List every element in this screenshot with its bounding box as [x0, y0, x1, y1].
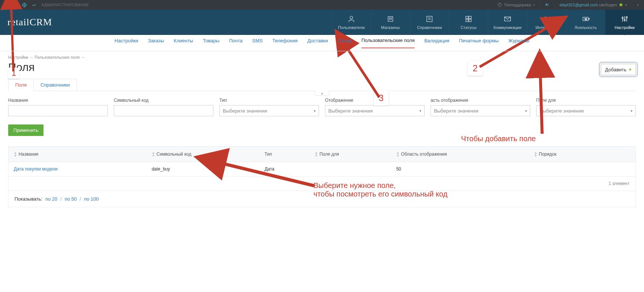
subnav-sms[interactable]: SMS — [252, 38, 263, 48]
filters-row: Название Символьный код Тип Выберите зна… — [8, 98, 636, 116]
target-icon[interactable] — [19, 0, 29, 10]
cell-for — [309, 162, 391, 176]
svg-rect-13 — [466, 16, 468, 19]
subnav-print-forms[interactable]: Печатные формы — [459, 38, 499, 48]
tabs: Поля Справочники — [8, 79, 636, 91]
breadcrumb-l1[interactable]: Настройки — [8, 55, 28, 59]
svg-point-28 — [624, 19, 625, 21]
admin-label: АДМИНИСТРИРОВАНИЕ — [42, 3, 89, 7]
question-icon — [498, 3, 502, 7]
pager-20[interactable]: по 20 — [45, 196, 57, 202]
sort-icon[interactable]: ▲▼ — [534, 151, 537, 157]
subnav-telephony[interactable]: Телефония — [272, 38, 297, 48]
cell-type: Дата — [259, 162, 309, 176]
logo[interactable]: retailCRM — [0, 10, 59, 35]
fields-table: ▲▼Название ▲▼Символьный код Тип ▲▼Поле д… — [8, 146, 636, 207]
nav-users[interactable]: Пользователи — [332, 10, 371, 35]
breadcrumb: Настройки → Пользовательские поля → — [8, 55, 636, 59]
user-icon — [347, 15, 355, 23]
grid-icon — [464, 15, 473, 23]
nav-settings[interactable]: Настройки — [605, 10, 644, 35]
filter-area-select[interactable]: Выберите значения — [431, 105, 530, 116]
svg-rect-16 — [469, 19, 471, 22]
filter-display-label: Отображение — [325, 98, 425, 103]
list-icon — [425, 15, 434, 23]
mail-icon — [503, 15, 512, 23]
svg-point-6 — [500, 6, 500, 6]
nav-integration[interactable]: Интеграция — [527, 10, 566, 35]
cell-name[interactable]: Дата покупки модели — [9, 162, 146, 176]
subnav-clients[interactable]: Клиенты — [174, 38, 193, 48]
filter-name-label: Название — [8, 98, 108, 103]
content-area: Настройки → Пользовательские поля → Поля… — [0, 51, 644, 222]
nav-loyalty[interactable]: % Лояльность — [566, 10, 605, 35]
filter-display-select[interactable]: Выберите значения — [325, 105, 425, 116]
nav-refs[interactable]: Справочники — [410, 10, 449, 35]
page-title: Поля — [8, 61, 35, 74]
cell-disp: 50 — [391, 162, 529, 176]
top-bar: АДМИНИСТРИРОВАНИЕ Техподдержка ▾ | | ela… — [0, 0, 644, 10]
plus-icon: + — [629, 66, 632, 72]
svg-point-27 — [622, 17, 624, 19]
filter-for-select[interactable]: Выберите значение — [536, 105, 636, 116]
sub-nav: Настройки Заказы Клиенты Товары Почта SM… — [0, 35, 644, 51]
status-dot-icon — [619, 3, 622, 6]
store-icon — [386, 15, 395, 23]
subnav-custom-fields[interactable]: Пользовательские поля — [361, 38, 415, 48]
subnav-orders[interactable]: Заказы — [148, 38, 164, 48]
cart-icon[interactable] — [10, 0, 19, 10]
gear-icon[interactable] — [0, 0, 10, 10]
sort-icon[interactable]: ▲▼ — [315, 151, 318, 157]
filter-code-input[interactable] — [114, 105, 213, 116]
subnav-delivery[interactable]: Доставки — [307, 38, 328, 48]
tab-fields[interactable]: Поля — [8, 79, 34, 91]
svg-point-1 — [16, 6, 16, 7]
user-menu[interactable]: elayt321@gmail.com свободен ▾ — [560, 3, 627, 7]
megaphone-icon[interactable] — [545, 2, 550, 8]
table-footer: 1 элемент — [9, 176, 635, 191]
filter-code-label: Символьный код — [114, 98, 213, 103]
svg-point-29 — [626, 17, 628, 18]
filter-name-input[interactable] — [8, 105, 108, 116]
nav-comms[interactable]: Коммуникации — [488, 10, 527, 35]
cell-code: date_buy — [146, 162, 259, 176]
pager-100[interactable]: по 100 — [84, 196, 99, 202]
subnav-journals[interactable]: Журналы — [508, 38, 529, 48]
svg-rect-9 — [389, 18, 392, 19]
filter-type-label: Тип — [219, 98, 319, 103]
cell-order — [529, 162, 635, 176]
svg-point-0 — [14, 6, 14, 7]
add-button[interactable]: Добавить + — [601, 64, 636, 75]
percent-icon: % — [582, 15, 590, 23]
collapse-filters-handle[interactable]: ▲ — [315, 91, 329, 96]
pager-50[interactable]: по 50 — [65, 196, 77, 202]
chevron-down-icon[interactable]: ▾ — [637, 3, 639, 7]
subnav-validation[interactable]: Валидация — [424, 38, 449, 48]
breadcrumb-l2[interactable]: Пользовательские поля — [35, 55, 80, 59]
svg-rect-10 — [427, 16, 432, 22]
svg-text:%: % — [585, 17, 587, 21]
filter-for-label: Поле для — [536, 98, 636, 103]
nav-stores[interactable]: Магазины — [371, 10, 410, 35]
table-row[interactable]: Дата покупки модели date_buy Дата 50 — [9, 162, 635, 176]
filter-area-label: асть отображения — [431, 98, 530, 103]
sort-icon[interactable]: ▲▼ — [152, 151, 155, 157]
support-link[interactable]: Техподдержка ▾ — [498, 3, 535, 7]
pager: Показывать: по 20/ по 50/ по 100 — [9, 191, 635, 207]
svg-rect-8 — [388, 17, 393, 22]
tab-refs[interactable]: Справочники — [33, 79, 77, 91]
apply-button[interactable]: Применить — [8, 124, 44, 136]
svg-point-7 — [350, 16, 352, 19]
nav-statuses[interactable]: Статусы — [449, 10, 488, 35]
filter-type-select[interactable]: Выберите значения — [219, 105, 319, 116]
sort-icon[interactable]: ▲▼ — [14, 151, 17, 157]
subnav-products[interactable]: Товары — [203, 38, 219, 48]
svg-rect-15 — [466, 19, 468, 22]
chart-icon[interactable] — [29, 0, 39, 10]
subnav-settings[interactable]: Настройки — [115, 38, 138, 48]
subnav-mail[interactable]: Почта — [229, 38, 242, 48]
main-header: retailCRM Пользователи Магазины Справочн… — [0, 10, 644, 35]
sort-icon[interactable]: ▲▼ — [396, 151, 399, 157]
subnav-stock[interactable]: Склад — [338, 38, 352, 48]
tune-icon — [621, 15, 629, 23]
